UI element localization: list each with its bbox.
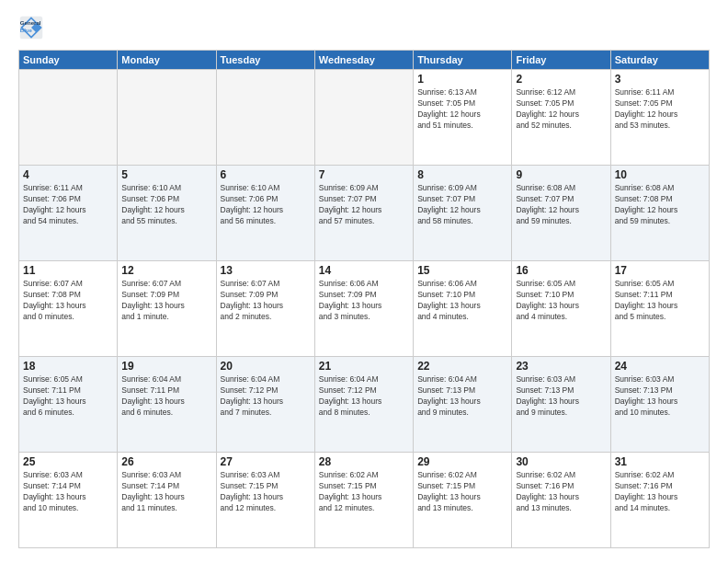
day-info: Sunrise: 6:12 AM Sunset: 7:05 PM Dayligh… [516, 87, 606, 132]
svg-text:Blue: Blue [20, 27, 33, 33]
calendar-cell: 25Sunrise: 6:03 AM Sunset: 7:14 PM Dayli… [19, 453, 118, 548]
calendar-cell: 24Sunrise: 6:03 AM Sunset: 7:13 PM Dayli… [610, 357, 709, 453]
day-number: 12 [121, 264, 211, 277]
weekday-header-tuesday: Tuesday [216, 51, 314, 70]
day-number: 6 [221, 168, 311, 181]
calendar-cell: 28Sunrise: 6:02 AM Sunset: 7:15 PM Dayli… [314, 453, 413, 548]
day-info: Sunrise: 6:02 AM Sunset: 7:16 PM Dayligh… [516, 470, 606, 514]
calendar-cell [19, 70, 118, 166]
day-number: 24 [615, 360, 705, 373]
day-info: Sunrise: 6:13 AM Sunset: 7:05 PM Dayligh… [417, 87, 507, 132]
calendar-cell: 5Sunrise: 6:10 AM Sunset: 7:06 PM Daylig… [118, 166, 216, 261]
calendar-cell: 18Sunrise: 6:05 AM Sunset: 7:11 PM Dayli… [19, 357, 118, 453]
day-info: Sunrise: 6:04 AM Sunset: 7:12 PM Dayligh… [319, 374, 409, 419]
day-number: 22 [417, 360, 507, 373]
calendar-cell: 11Sunrise: 6:07 AM Sunset: 7:08 PM Dayli… [19, 261, 118, 357]
calendar-cell: 13Sunrise: 6:07 AM Sunset: 7:09 PM Dayli… [216, 261, 314, 357]
calendar-cell: 22Sunrise: 6:04 AM Sunset: 7:13 PM Dayli… [414, 357, 512, 453]
calendar-cell: 31Sunrise: 6:02 AM Sunset: 7:16 PM Dayli… [610, 453, 709, 548]
week-row-3: 11Sunrise: 6:07 AM Sunset: 7:08 PM Dayli… [19, 261, 710, 357]
day-number: 1 [417, 73, 507, 86]
day-info: Sunrise: 6:05 AM Sunset: 7:11 PM Dayligh… [615, 279, 705, 323]
day-info: Sunrise: 6:06 AM Sunset: 7:09 PM Dayligh… [319, 279, 409, 323]
calendar-cell: 17Sunrise: 6:05 AM Sunset: 7:11 PM Dayli… [610, 261, 709, 357]
day-number: 2 [516, 73, 606, 86]
day-info: Sunrise: 6:08 AM Sunset: 7:07 PM Dayligh… [516, 183, 606, 227]
day-number: 28 [319, 455, 409, 468]
calendar-cell: 27Sunrise: 6:03 AM Sunset: 7:15 PM Dayli… [216, 453, 314, 548]
day-number: 31 [615, 455, 705, 468]
day-info: Sunrise: 6:08 AM Sunset: 7:08 PM Dayligh… [615, 183, 705, 227]
day-number: 8 [417, 168, 507, 181]
day-info: Sunrise: 6:10 AM Sunset: 7:06 PM Dayligh… [221, 183, 311, 227]
calendar: SundayMondayTuesdayWednesdayThursdayFrid… [18, 50, 710, 548]
day-number: 27 [221, 455, 311, 468]
day-number: 13 [221, 264, 311, 277]
weekday-header-sunday: Sunday [19, 51, 118, 70]
day-info: Sunrise: 6:05 AM Sunset: 7:11 PM Dayligh… [23, 374, 113, 419]
day-info: Sunrise: 6:07 AM Sunset: 7:08 PM Dayligh… [23, 279, 113, 323]
day-number: 11 [23, 264, 113, 277]
week-row-1: 1Sunrise: 6:13 AM Sunset: 7:05 PM Daylig… [19, 70, 710, 166]
day-number: 18 [23, 360, 113, 373]
calendar-cell: 14Sunrise: 6:06 AM Sunset: 7:09 PM Dayli… [314, 261, 413, 357]
calendar-cell: 12Sunrise: 6:07 AM Sunset: 7:09 PM Dayli… [118, 261, 216, 357]
calendar-cell: 8Sunrise: 6:09 AM Sunset: 7:07 PM Daylig… [414, 166, 512, 261]
weekday-header-friday: Friday [512, 51, 610, 70]
calendar-cell: 10Sunrise: 6:08 AM Sunset: 7:08 PM Dayli… [610, 166, 709, 261]
day-number: 25 [23, 455, 113, 468]
day-info: Sunrise: 6:11 AM Sunset: 7:05 PM Dayligh… [615, 87, 705, 132]
day-number: 17 [615, 264, 705, 277]
day-info: Sunrise: 6:04 AM Sunset: 7:13 PM Dayligh… [417, 374, 507, 419]
calendar-cell: 21Sunrise: 6:04 AM Sunset: 7:12 PM Dayli… [314, 357, 413, 453]
day-info: Sunrise: 6:05 AM Sunset: 7:10 PM Dayligh… [516, 279, 606, 323]
day-info: Sunrise: 6:09 AM Sunset: 7:07 PM Dayligh… [417, 183, 507, 227]
page: General Blue SundayMondayTuesdayWednesda… [0, 0, 728, 563]
weekday-header-thursday: Thursday [414, 51, 512, 70]
week-row-4: 18Sunrise: 6:05 AM Sunset: 7:11 PM Dayli… [19, 357, 710, 453]
week-row-2: 4Sunrise: 6:11 AM Sunset: 7:06 PM Daylig… [19, 166, 710, 261]
day-info: Sunrise: 6:03 AM Sunset: 7:14 PM Dayligh… [23, 470, 113, 514]
calendar-cell: 4Sunrise: 6:11 AM Sunset: 7:06 PM Daylig… [19, 166, 118, 261]
day-info: Sunrise: 6:10 AM Sunset: 7:06 PM Dayligh… [121, 183, 211, 227]
day-number: 20 [221, 360, 311, 373]
calendar-cell: 9Sunrise: 6:08 AM Sunset: 7:07 PM Daylig… [512, 166, 610, 261]
day-info: Sunrise: 6:02 AM Sunset: 7:15 PM Dayligh… [417, 470, 507, 514]
logo: General Blue [18, 15, 44, 40]
calendar-cell: 2Sunrise: 6:12 AM Sunset: 7:05 PM Daylig… [512, 70, 610, 166]
day-info: Sunrise: 6:02 AM Sunset: 7:16 PM Dayligh… [615, 470, 705, 514]
calendar-cell: 20Sunrise: 6:04 AM Sunset: 7:12 PM Dayli… [216, 357, 314, 453]
day-number: 4 [23, 168, 113, 181]
header: General Blue [18, 15, 710, 40]
calendar-cell: 23Sunrise: 6:03 AM Sunset: 7:13 PM Dayli… [512, 357, 610, 453]
day-number: 21 [319, 360, 409, 373]
day-info: Sunrise: 6:11 AM Sunset: 7:06 PM Dayligh… [23, 183, 113, 227]
weekday-header-saturday: Saturday [610, 51, 709, 70]
day-number: 5 [121, 168, 211, 181]
calendar-cell: 3Sunrise: 6:11 AM Sunset: 7:05 PM Daylig… [610, 70, 709, 166]
calendar-cell: 15Sunrise: 6:06 AM Sunset: 7:10 PM Dayli… [414, 261, 512, 357]
calendar-cell [216, 70, 314, 166]
calendar-cell: 30Sunrise: 6:02 AM Sunset: 7:16 PM Dayli… [512, 453, 610, 548]
day-info: Sunrise: 6:06 AM Sunset: 7:10 PM Dayligh… [417, 279, 507, 323]
day-number: 15 [417, 264, 507, 277]
weekday-header-wednesday: Wednesday [314, 51, 413, 70]
calendar-cell: 7Sunrise: 6:09 AM Sunset: 7:07 PM Daylig… [314, 166, 413, 261]
day-number: 14 [319, 264, 409, 277]
day-info: Sunrise: 6:03 AM Sunset: 7:15 PM Dayligh… [221, 470, 311, 514]
day-number: 26 [121, 455, 211, 468]
day-info: Sunrise: 6:07 AM Sunset: 7:09 PM Dayligh… [121, 279, 211, 323]
day-info: Sunrise: 6:03 AM Sunset: 7:13 PM Dayligh… [615, 374, 705, 419]
calendar-cell: 16Sunrise: 6:05 AM Sunset: 7:10 PM Dayli… [512, 261, 610, 357]
calendar-cell: 19Sunrise: 6:04 AM Sunset: 7:11 PM Dayli… [118, 357, 216, 453]
day-info: Sunrise: 6:04 AM Sunset: 7:12 PM Dayligh… [221, 374, 311, 419]
day-number: 29 [417, 455, 507, 468]
logo-icon: General Blue [18, 15, 44, 40]
calendar-cell [314, 70, 413, 166]
weekday-header-row: SundayMondayTuesdayWednesdayThursdayFrid… [19, 51, 710, 70]
day-number: 7 [319, 168, 409, 181]
day-info: Sunrise: 6:02 AM Sunset: 7:15 PM Dayligh… [319, 470, 409, 514]
day-info: Sunrise: 6:04 AM Sunset: 7:11 PM Dayligh… [121, 374, 211, 419]
day-info: Sunrise: 6:03 AM Sunset: 7:14 PM Dayligh… [121, 470, 211, 514]
weekday-header-monday: Monday [118, 51, 216, 70]
